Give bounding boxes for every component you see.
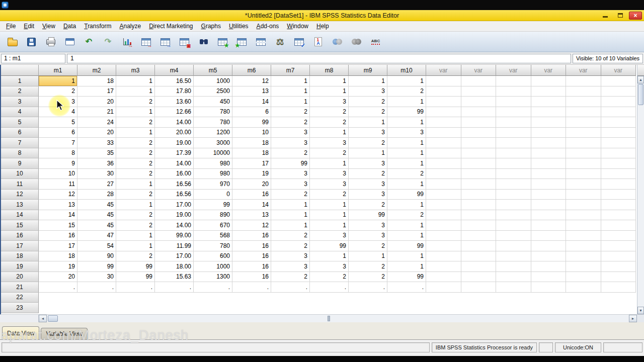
- cell-r18-m6[interactable]: 16: [232, 251, 271, 262]
- cell-r9-var1[interactable]: [426, 158, 461, 169]
- cell-r21-m2[interactable]: .: [77, 282, 116, 293]
- cell-r2-m5[interactable]: 2500: [194, 86, 232, 97]
- row-header-22[interactable]: 22: [1, 293, 39, 303]
- cell-r14-var4[interactable]: [531, 210, 567, 221]
- cell-r7-m1[interactable]: 7: [39, 138, 77, 148]
- cell-r9-m10[interactable]: 1: [387, 158, 426, 169]
- cell-r21-m4[interactable]: .: [155, 282, 194, 293]
- cell-r12-var4[interactable]: [531, 190, 567, 200]
- cell-r13-m10[interactable]: 1: [387, 200, 426, 210]
- cell-r6-m9[interactable]: 3: [349, 128, 387, 138]
- column-header-var-2[interactable]: var: [461, 65, 497, 76]
- cell-r2-m7[interactable]: 1: [271, 86, 310, 97]
- cell-r9-m2[interactable]: 36: [77, 158, 116, 169]
- cell-r5-m2[interactable]: 24: [77, 117, 116, 128]
- cell-r20-m1[interactable]: 20: [39, 272, 77, 283]
- horizontal-scrollbar[interactable]: ◄ ►: [0, 314, 644, 322]
- redo-icon[interactable]: ↷: [101, 34, 115, 49]
- cell-r2-m10[interactable]: 2: [387, 86, 426, 97]
- cell-r7-m2[interactable]: 33: [77, 138, 116, 148]
- cell-r19-m5[interactable]: 1000: [194, 261, 232, 272]
- cell-r20-var2[interactable]: [461, 272, 497, 283]
- cell-r16-var4[interactable]: [531, 231, 567, 241]
- cell-r6-m5[interactable]: 1200: [194, 128, 232, 138]
- cell-r11-m2[interactable]: 27: [77, 179, 116, 190]
- cell-r7-m4[interactable]: 19.00: [155, 138, 194, 148]
- cell-r12-m7[interactable]: 2: [271, 190, 310, 200]
- row-header-4[interactable]: 4: [1, 107, 39, 118]
- cell-r13-m6[interactable]: 14: [232, 200, 271, 210]
- cell-r19-m3[interactable]: 99: [116, 261, 155, 272]
- column-header-m2[interactable]: m2: [77, 65, 116, 76]
- cell-r6-m7[interactable]: 3: [271, 128, 310, 138]
- menu-item-graphs[interactable]: Graphs: [197, 22, 225, 31]
- cell-r4-m3[interactable]: 1: [116, 107, 155, 118]
- row-header-15[interactable]: 15: [1, 220, 39, 231]
- cell-r4-m9[interactable]: 2: [349, 107, 387, 118]
- dialog-recall-icon[interactable]: [62, 34, 77, 49]
- cell-r4-var5[interactable]: [566, 107, 601, 118]
- row-header-17[interactable]: 17: [1, 241, 39, 251]
- cell-r16-var5[interactable]: [566, 231, 601, 241]
- cell-r16-m7[interactable]: 2: [271, 231, 310, 241]
- cell-r19-m7[interactable]: 3: [271, 261, 310, 272]
- cell-value-field[interactable]: 1: [67, 54, 571, 63]
- cell-r13-m5[interactable]: 99: [194, 200, 232, 210]
- cell-r8-var1[interactable]: [426, 148, 461, 159]
- cell-r9-m3[interactable]: 2: [116, 158, 155, 169]
- cell-r5-var5[interactable]: [566, 117, 601, 128]
- menu-item-edit[interactable]: Edit: [20, 22, 38, 31]
- cell-r12-m3[interactable]: 2: [116, 190, 155, 200]
- cell-r18-var2[interactable]: [461, 251, 497, 262]
- row-header-10[interactable]: 10: [1, 169, 39, 179]
- cell-r5-m10[interactable]: 1: [387, 117, 426, 128]
- row-header-16[interactable]: 16: [1, 231, 39, 241]
- cell-r4-m4[interactable]: 12.66: [155, 107, 194, 118]
- cell-r18-var5[interactable]: [566, 251, 601, 262]
- cell-r6-var3[interactable]: [496, 128, 531, 138]
- cell-r17-var2[interactable]: [461, 241, 497, 251]
- row-header-6[interactable]: 6: [1, 128, 39, 138]
- cell-r14-var3[interactable]: [496, 210, 531, 221]
- cell-r16-m8[interactable]: 3: [310, 231, 349, 241]
- cell-r12-var5[interactable]: [566, 190, 601, 200]
- cell-r3-m6[interactable]: 14: [232, 97, 271, 107]
- cell-r10-m6[interactable]: 19: [232, 169, 271, 179]
- cell-r15-m2[interactable]: 45: [77, 220, 116, 231]
- cell-r16-var6[interactable]: [601, 231, 636, 241]
- cell-r11-var1[interactable]: [426, 179, 461, 190]
- cell-r15-m6[interactable]: 12: [232, 220, 271, 231]
- cell-r9-m4[interactable]: 14.00: [155, 158, 194, 169]
- cell-r17-m9[interactable]: 2: [349, 241, 387, 251]
- cell-r11-m4[interactable]: 16.56: [155, 179, 194, 190]
- cell-r19-var5[interactable]: [566, 261, 601, 272]
- cell-r17-m2[interactable]: 54: [77, 241, 116, 251]
- cell-r2-m8[interactable]: 1: [310, 86, 349, 97]
- cell-r5-m4[interactable]: 14.00: [155, 117, 194, 128]
- cell-r6-m1[interactable]: 6: [39, 128, 77, 138]
- cell-r17-m8[interactable]: 99: [310, 241, 349, 251]
- cell-r7-var2[interactable]: [461, 138, 497, 148]
- cell-r6-m4[interactable]: 20.00: [155, 128, 194, 138]
- cell-r16-m3[interactable]: 1: [116, 231, 155, 241]
- cell-r15-var6[interactable]: [601, 220, 636, 231]
- cell-r21-var5[interactable]: [566, 282, 601, 293]
- cell-r14-var5[interactable]: [566, 210, 601, 221]
- cell-r13-var5[interactable]: [566, 200, 601, 210]
- cell-r9-m5[interactable]: 980: [194, 158, 232, 169]
- cell-r21-var2[interactable]: [461, 282, 497, 293]
- cell-r20-m7[interactable]: 2: [271, 272, 310, 283]
- cell-r21-m1[interactable]: .: [39, 282, 77, 293]
- cell-r2-var6[interactable]: [601, 86, 636, 97]
- cell-r10-var4[interactable]: [531, 169, 567, 179]
- column-header-m6[interactable]: m6: [232, 65, 271, 76]
- cell-r19-m1[interactable]: 19: [39, 261, 77, 272]
- cell-r1-m10[interactable]: 1: [387, 76, 426, 86]
- cell-r11-var6[interactable]: [601, 179, 636, 190]
- cell-r8-m4[interactable]: 17.39: [155, 148, 194, 159]
- scroll-down-button[interactable]: ▼: [637, 307, 644, 314]
- cell-r10-m7[interactable]: 3: [271, 169, 310, 179]
- menu-item-data[interactable]: Data: [59, 22, 80, 31]
- cell-r20-var4[interactable]: [531, 272, 567, 283]
- cell-r13-m7[interactable]: 1: [271, 200, 310, 210]
